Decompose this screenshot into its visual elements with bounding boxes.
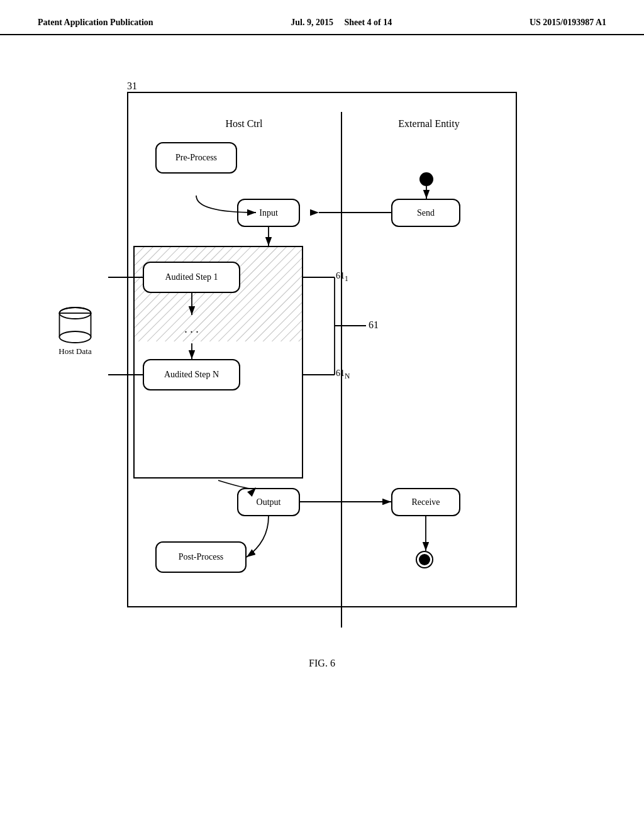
- output-box: Output: [237, 488, 300, 516]
- post-process-label: Post-Process: [179, 552, 224, 562]
- input-box: Input: [237, 199, 300, 227]
- label-61-N: 61N: [336, 368, 350, 380]
- ellipsis-label: . . .: [184, 323, 199, 336]
- label-61-text: 61: [369, 319, 379, 330]
- label-61-N-sub: N: [345, 372, 350, 380]
- cylinder-icon: [58, 306, 92, 343]
- fig-caption: FIG. 6: [309, 658, 335, 669]
- input-label: Input: [259, 208, 278, 218]
- diagram-container: 31 Host Ctrl External Entity Host Data: [0, 35, 644, 669]
- page-header: Patent Application Publication Jul. 9, 2…: [0, 0, 644, 35]
- label-31: 31: [127, 80, 137, 92]
- start-circle: [419, 172, 433, 186]
- audited-stepN-box: Audited Step N: [143, 359, 240, 390]
- send-box: Send: [391, 199, 460, 227]
- header-patent-number: US 2015/0193987 A1: [530, 18, 606, 28]
- label-61-N-text: 61: [336, 368, 345, 378]
- audited-step1-label: Audited Step 1: [165, 272, 218, 282]
- label-61-1: 611: [336, 271, 348, 283]
- svg-point-2: [60, 331, 91, 343]
- audited-stepN-label: Audited Step N: [164, 370, 219, 380]
- end-circle-inner: [419, 554, 430, 565]
- header-publication: Patent Application Publication: [38, 18, 153, 28]
- host-data-label: Host Data: [58, 346, 91, 357]
- receive-label: Receive: [411, 497, 440, 507]
- header-date: Jul. 9, 2015: [291, 18, 333, 27]
- post-process-box: Post-Process: [155, 541, 247, 573]
- diagram-wrapper: 31 Host Ctrl External Entity Host Data: [108, 73, 536, 639]
- label-61: 61: [369, 319, 379, 331]
- ellipsis-box: . . .: [168, 315, 215, 343]
- send-label: Send: [417, 208, 435, 218]
- pre-process-box: Pre-Process: [155, 142, 237, 174]
- output-label: Output: [257, 497, 281, 507]
- label-61-1-sub: 1: [345, 275, 348, 283]
- host-data-container: Host Data: [58, 306, 92, 357]
- label-61-1-text: 61: [336, 271, 345, 280]
- end-circle: [416, 551, 433, 568]
- pre-process-label: Pre-Process: [175, 153, 217, 163]
- host-ctrl-label: Host Ctrl: [147, 112, 341, 130]
- header-sheet: Sheet 4 of 14: [344, 18, 392, 27]
- header-date-sheet: Jul. 9, 2015 Sheet 4 of 14: [291, 18, 392, 28]
- external-entity-label: External Entity: [342, 112, 516, 130]
- audited-step1-box: Audited Step 1: [143, 262, 240, 293]
- receive-box: Receive: [391, 488, 460, 516]
